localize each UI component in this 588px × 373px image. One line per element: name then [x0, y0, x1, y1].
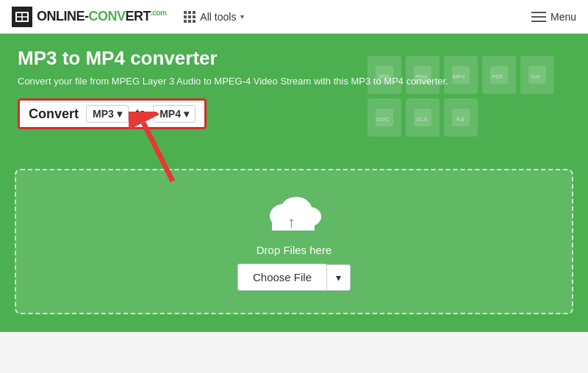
to-format-chevron: ▾ [184, 108, 189, 120]
svg-text:XLS: XLS [416, 116, 428, 123]
menu-button[interactable]: Menu [531, 11, 576, 23]
banner-icons: JPG PNG MP4 PDF GIF [360, 34, 581, 159]
svg-text:DOC: DOC [376, 116, 390, 123]
drop-section: ↑ Drop Files here Choose File ▾ [0, 159, 588, 332]
grid-icon [184, 11, 196, 23]
file-icon-jpg: JPG [368, 56, 401, 94]
svg-text:↑: ↑ [287, 213, 295, 231]
from-format-value: MP3 [93, 108, 114, 120]
file-icon-gif: GIF [520, 56, 554, 94]
logo: ONLINE-CONVERT.com [12, 7, 166, 27]
all-tools-button[interactable]: All tools ▾ [178, 8, 250, 26]
from-format-select[interactable]: MP3 ▾ [86, 105, 129, 123]
from-format-chevron: ▾ [117, 108, 122, 120]
file-icon-aa: Aa [444, 98, 478, 137]
upload-cloud-icon: ↑ [265, 192, 323, 236]
file-icon-xls: XLS [406, 98, 440, 137]
file-icon-doc: DOC [368, 98, 401, 137]
choose-file-dropdown-arrow: ▾ [336, 272, 341, 283]
file-icon-mp4: MP4 [444, 56, 478, 94]
choose-file-row: Choose File ▾ [237, 264, 351, 291]
drop-zone[interactable]: ↑ Drop Files here Choose File ▾ [15, 169, 573, 314]
to-format-value: MP4 [159, 108, 181, 120]
file-icon-pdf: PDF [482, 56, 516, 94]
chevron-down-icon: ▾ [240, 12, 244, 21]
header-left: ONLINE-CONVERT.com All tools ▾ [12, 7, 250, 27]
banner-subtitle: Convert your file from MPEG Layer 3 Audi… [18, 76, 570, 87]
hamburger-icon [531, 12, 546, 22]
choose-file-dropdown[interactable]: ▾ [326, 264, 351, 291]
to-format-select[interactable]: MP4 ▾ [153, 105, 196, 123]
choose-file-button[interactable]: Choose File [237, 264, 326, 291]
to-label: to [136, 107, 146, 120]
header: ONLINE-CONVERT.com All tools ▾ Menu [0, 0, 588, 34]
banner: JPG PNG MP4 PDF GIF [0, 34, 588, 159]
convert-row: Convert MP3 ▾ to MP4 ▾ [18, 98, 207, 129]
drop-text: Drop Files here [257, 244, 332, 256]
svg-text:Aa: Aa [456, 115, 465, 123]
file-icon-png: PNG [406, 56, 440, 94]
menu-label: Menu [551, 11, 576, 23]
all-tools-label: All tools [200, 11, 236, 23]
logo-icon [12, 7, 32, 27]
convert-label: Convert [29, 106, 79, 122]
logo-text: ONLINE-CONVERT.com [37, 9, 166, 24]
